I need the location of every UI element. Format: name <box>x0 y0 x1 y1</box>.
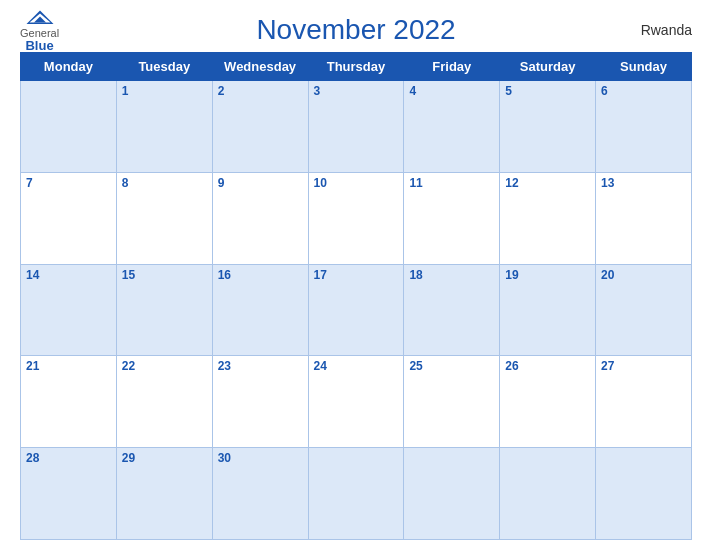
calendar-day-5: 5 <box>500 81 596 173</box>
general-blue-icon <box>25 9 55 27</box>
calendar-day-9: 9 <box>212 172 308 264</box>
calendar-day-30: 30 <box>212 448 308 540</box>
weekday-header-wednesday: Wednesday <box>212 53 308 81</box>
calendar-day-empty <box>21 81 117 173</box>
calendar-day-empty <box>500 448 596 540</box>
header: General Blue November 2022 Rwanda <box>20 14 692 46</box>
weekday-header-monday: Monday <box>21 53 117 81</box>
calendar-week-row: 21222324252627 <box>21 356 692 448</box>
calendar-day-25: 25 <box>404 356 500 448</box>
calendar-day-24: 24 <box>308 356 404 448</box>
weekday-header-tuesday: Tuesday <box>116 53 212 81</box>
calendar-week-row: 14151617181920 <box>21 264 692 356</box>
calendar-day-29: 29 <box>116 448 212 540</box>
calendar-day-14: 14 <box>21 264 117 356</box>
calendar-day-2: 2 <box>212 81 308 173</box>
country-label: Rwanda <box>641 22 692 38</box>
calendar-day-27: 27 <box>596 356 692 448</box>
calendar-day-11: 11 <box>404 172 500 264</box>
calendar-week-row: 78910111213 <box>21 172 692 264</box>
calendar-day-13: 13 <box>596 172 692 264</box>
calendar-day-12: 12 <box>500 172 596 264</box>
weekday-header-thursday: Thursday <box>308 53 404 81</box>
calendar-day-23: 23 <box>212 356 308 448</box>
weekday-header-saturday: Saturday <box>500 53 596 81</box>
calendar-day-empty <box>404 448 500 540</box>
weekday-header-row: MondayTuesdayWednesdayThursdayFridaySatu… <box>21 53 692 81</box>
calendar-day-8: 8 <box>116 172 212 264</box>
calendar-day-20: 20 <box>596 264 692 356</box>
calendar-week-row: 282930 <box>21 448 692 540</box>
calendar-day-7: 7 <box>21 172 117 264</box>
calendar-day-18: 18 <box>404 264 500 356</box>
calendar-day-4: 4 <box>404 81 500 173</box>
calendar-day-1: 1 <box>116 81 212 173</box>
calendar-day-28: 28 <box>21 448 117 540</box>
calendar-day-22: 22 <box>116 356 212 448</box>
calendar-day-19: 19 <box>500 264 596 356</box>
logo-blue-text: Blue <box>25 39 53 52</box>
calendar-day-3: 3 <box>308 81 404 173</box>
calendar-day-21: 21 <box>21 356 117 448</box>
weekday-header-friday: Friday <box>404 53 500 81</box>
calendar-day-26: 26 <box>500 356 596 448</box>
calendar-day-6: 6 <box>596 81 692 173</box>
calendar-day-10: 10 <box>308 172 404 264</box>
calendar-day-empty <box>308 448 404 540</box>
calendar-week-row: 123456 <box>21 81 692 173</box>
calendar-day-15: 15 <box>116 264 212 356</box>
logo: General Blue <box>20 9 59 52</box>
month-title: November 2022 <box>256 14 455 46</box>
weekday-header-sunday: Sunday <box>596 53 692 81</box>
calendar-day-17: 17 <box>308 264 404 356</box>
calendar-day-empty <box>596 448 692 540</box>
calendar-table: MondayTuesdayWednesdayThursdayFridaySatu… <box>20 52 692 540</box>
logo-general-text: General <box>20 28 59 39</box>
calendar-day-16: 16 <box>212 264 308 356</box>
